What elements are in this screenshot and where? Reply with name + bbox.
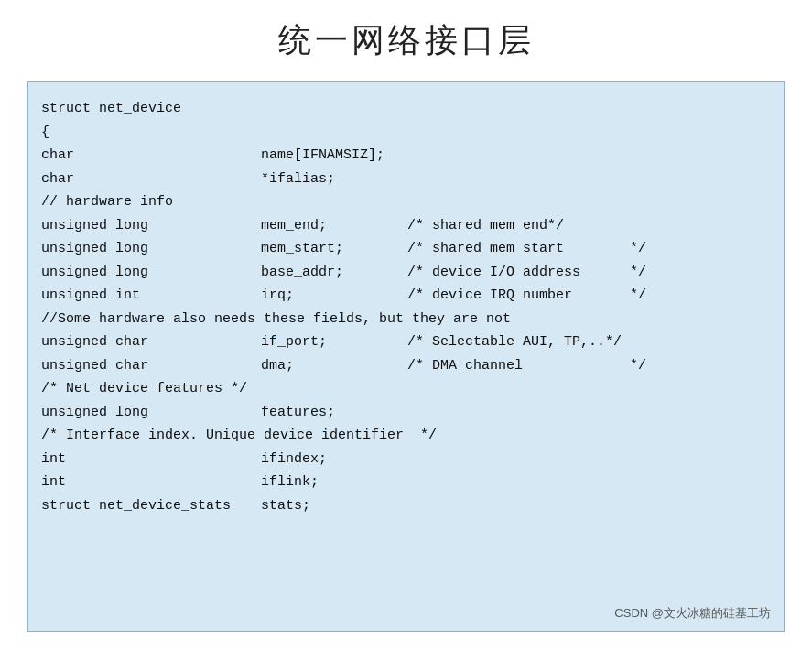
code-line: unsigned longmem_start;/* shared mem sta…: [41, 237, 767, 261]
code-line: charname[IFNAMSIZ];: [41, 144, 767, 168]
code-line: unsigned intirq;/* device IRQ number */: [41, 284, 767, 308]
code-line: intiflink;: [41, 471, 767, 494]
code-line: unsigned charif_port;/* Selectable AUI, …: [41, 330, 767, 354]
code-line: unsigned longmem_end;/* shared mem end*/: [41, 214, 767, 238]
code-line: struct net_device: [41, 97, 767, 121]
code-line: {: [41, 121, 767, 145]
code-line: char*ifalias;: [41, 168, 767, 191]
code-line: unsigned longbase_addr;/* device I/O add…: [41, 261, 767, 285]
code-container: struct net_device{charname[IFNAMSIZ];cha…: [27, 81, 785, 632]
code-line: //Some hardware also needs these fields,…: [41, 308, 767, 331]
code-line: intifindex;: [41, 448, 767, 471]
page-title: 统一网络接口层: [278, 18, 535, 63]
code-line: struct net_device_statsstats;: [41, 494, 767, 518]
watermark: CSDN @文火冰糖的硅基工坊: [614, 605, 771, 622]
code-block: struct net_device{charname[IFNAMSIZ];cha…: [41, 97, 767, 517]
code-line: /* Net device features */: [41, 377, 767, 401]
code-line: unsigned chardma;/* DMA channel */: [41, 354, 767, 378]
code-line: // hardware info: [41, 190, 767, 214]
code-line: /* Interface index. Unique device identi…: [41, 424, 767, 448]
code-line: unsigned longfeatures;: [41, 401, 767, 425]
